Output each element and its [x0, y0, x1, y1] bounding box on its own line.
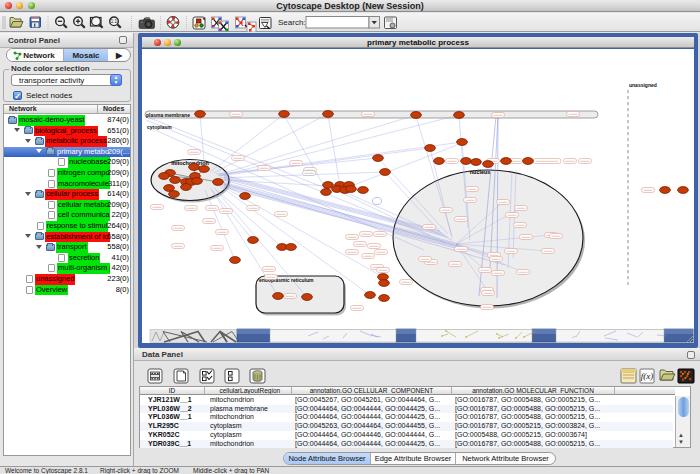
svg-text:nucleus: nucleus — [470, 169, 490, 175]
svg-text:1:1: 1:1 — [111, 19, 118, 24]
svg-text:Search:: Search: — [278, 18, 306, 27]
svg-text:f(x): f(x) — [641, 371, 654, 381]
svg-text:cytoplasm: cytoplasm — [147, 124, 172, 130]
svg-text:unassigned: unassigned — [629, 82, 657, 88]
svg-text:plasma membrane: plasma membrane — [146, 112, 190, 118]
